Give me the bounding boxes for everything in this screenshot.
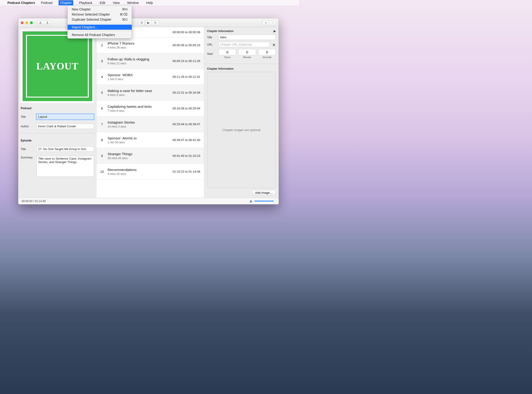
minimize-button[interactable] [25, 21, 28, 24]
playback-time: 00:00:00 / 01:14:48 [22, 200, 46, 203]
chapter-row[interactable]: 7Instagram Stories14 mins 3 secs00:25:44… [96, 116, 204, 132]
chapter-duration: 1 min 53 secs [108, 141, 173, 144]
dropdown-item-label: Import Chapters… [72, 25, 98, 29]
chapter-title-input[interactable] [219, 35, 276, 40]
toolbar-io-group [37, 20, 51, 25]
dropdown-separator [68, 23, 132, 23]
chapter-info-header: Chapter Information [207, 30, 234, 33]
system-menubar: Podcast Chapters Podcast Chapter Playbac… [0, 0, 299, 6]
export-icon [46, 21, 49, 24]
export-button[interactable] [44, 20, 51, 25]
chapter-duration: 6 mins 11 secs [108, 62, 173, 65]
dropdown-item-shortcut: ⌘⌫ [120, 13, 128, 16]
volume-icon[interactable]: 🔈 [249, 200, 253, 203]
preview-url-icon[interactable]: ◉ [272, 43, 276, 47]
play-button[interactable]: ▶ [145, 20, 152, 25]
podcast-author-input[interactable] [36, 124, 94, 129]
menu-help[interactable]: Help [145, 0, 155, 5]
chapter-number: 8 [98, 138, 106, 142]
add-chapter-button[interactable]: ＋ [262, 20, 269, 25]
chapter-list[interactable]: 00:00:00 to 00:00:362iPhone 7 Rumors4 mi… [96, 27, 204, 198]
chapter-time-range: 00:05:15 to 00:11:26 [173, 59, 200, 63]
start-minutes-input[interactable] [238, 49, 256, 55]
sidebar-right-separator [204, 64, 279, 64]
chapter-time-range: 00:12:31 to 00:18:36 [173, 91, 200, 94]
chapter-row[interactable]: 2iPhone 7 Rumors4 mins 39 secs00:00:36 t… [96, 37, 204, 53]
episode-summary-input[interactable]: Title case vs Sentence Case, Instagram S… [36, 156, 94, 177]
chapter-number: 7 [98, 122, 106, 126]
dropdown-item-label: Duplicate Selected Chapter [72, 18, 111, 21]
dropdown-item-label: Remove Selected Chapter [72, 13, 110, 16]
podcast-title-input[interactable] [36, 114, 94, 119]
chapter-row[interactable]: 5Making a case for letter case6 mins 5 s… [96, 85, 204, 101]
menu-podcast[interactable]: Podcast [39, 0, 54, 5]
chapter-url-label: URL [207, 43, 216, 46]
podcast-title-label: Title [21, 115, 34, 119]
close-button[interactable] [21, 21, 23, 24]
menu-chapter[interactable]: Chapter [59, 0, 73, 5]
chapter-start-label: Start [207, 52, 216, 56]
rewind-button[interactable]: ↺ [138, 20, 145, 25]
chapter-title: Sponsor: Atomic.io [108, 136, 173, 140]
start-hours-input[interactable] [219, 49, 236, 55]
chapter-title: iPhone 7 Rumors [108, 41, 173, 45]
chapter-time-range: 00:25:44 to 00:39:47 [173, 122, 200, 126]
volume-slider[interactable] [254, 201, 275, 202]
dropdown-separator [68, 31, 132, 31]
dropdown-remove-selected[interactable]: Remove Selected Chapter ⌘⌫ [68, 12, 132, 17]
chapter-time-range: 00:00:00 to 00:00:36 [173, 31, 200, 34]
chapter-time-range: 00:39:47 to 00:41:40 [173, 138, 200, 142]
disclosure-icon[interactable]: ▶ [274, 30, 276, 33]
chapter-time-range: 00:18:36 to 00:25:44 [173, 107, 200, 110]
seconds-label: Seconds [263, 56, 272, 58]
chapter-duration: 14 mins 3 secs [108, 125, 173, 128]
playback-controls: ↺ ▶ ↻ [138, 20, 159, 25]
chapter-number: 4 [98, 75, 106, 79]
menu-edit[interactable]: Edit [98, 0, 107, 5]
maximize-button[interactable] [30, 21, 33, 24]
chapter-duration: 28 mins 43 secs [108, 157, 173, 160]
chapter-time-range: 01:10:23 to 01:14:48 [173, 170, 200, 173]
start-seconds-input[interactable] [258, 49, 276, 55]
podcast-author-label: Author [21, 125, 34, 128]
chapter-row[interactable]: 9Stranger Things28 mins 43 secs00:41:40 … [96, 148, 204, 164]
chapter-title: Capitalizing tweets and texts [108, 104, 173, 109]
traffic-lights [21, 21, 33, 24]
menu-window[interactable]: Window [125, 0, 140, 5]
dropdown-new-chapter[interactable]: New Chapter ⌘N [68, 7, 132, 12]
chapter-title: Sponsor: MOBX [108, 73, 173, 77]
dropdown-import-chapters[interactable]: Import Chapters… [68, 25, 132, 30]
chapter-image-header: Chapter Information [207, 67, 234, 70]
volume-control: 🔈 [249, 200, 275, 203]
chapter-row[interactable]: 3Follow up: Rafa is vlogging6 mins 11 se… [96, 53, 204, 69]
dropdown-remove-all[interactable]: Remove All Podcast Chapters [68, 32, 132, 37]
import-button[interactable] [37, 20, 44, 25]
window-titlebar[interactable]: ↺ ▶ ↻ ＋ － [18, 18, 279, 27]
chapter-title: Recommendations [108, 168, 173, 172]
menu-playback[interactable]: Playback [77, 0, 94, 5]
chapter-image-well[interactable]: Chapter images are optional [207, 72, 276, 188]
chapter-title-label: Title [207, 36, 216, 39]
chapter-url-input[interactable] [219, 42, 270, 47]
hours-label: Hours [224, 56, 230, 58]
chapter-duration: 1 min 5 secs [108, 78, 173, 81]
menubar-app-name[interactable]: Podcast Chapters [7, 1, 35, 5]
import-icon [39, 21, 42, 24]
menu-view[interactable]: View [111, 0, 121, 5]
episode-title-input[interactable] [36, 146, 94, 152]
forward-button[interactable]: ↻ [152, 20, 159, 25]
chapter-row[interactable]: 4Sponsor: MOBX1 min 5 secs00:11:26 to 00… [96, 69, 204, 85]
dropdown-duplicate-selected[interactable]: Duplicate Selected Chapter ⌘D [68, 17, 132, 22]
chapter-time-range: 00:00:36 to 00:05:15 [173, 43, 200, 47]
add-image-button[interactable]: Add Image… [252, 190, 276, 195]
chapter-row[interactable]: 8Sponsor: Atomic.io1 min 53 secs00:39:47… [96, 132, 204, 148]
sidebar-separator [18, 133, 96, 133]
chapter-number: 9 [98, 154, 106, 158]
chapter-row[interactable]: 10Recommendations4 mins 25 secs01:10:23 … [96, 164, 204, 180]
remove-chapter-button[interactable]: － [269, 20, 276, 25]
chapter-row[interactable]: 6Capitalizing tweets and texts7 mins 8 s… [96, 101, 204, 116]
chapter-duration: 6 mins 5 secs [108, 93, 173, 97]
chapter-time-range: 00:41:40 to 01:10:23 [173, 154, 200, 157]
podcast-artwork: LAYOUT [21, 30, 94, 103]
chapter-title: Making a case for letter case [108, 89, 173, 93]
